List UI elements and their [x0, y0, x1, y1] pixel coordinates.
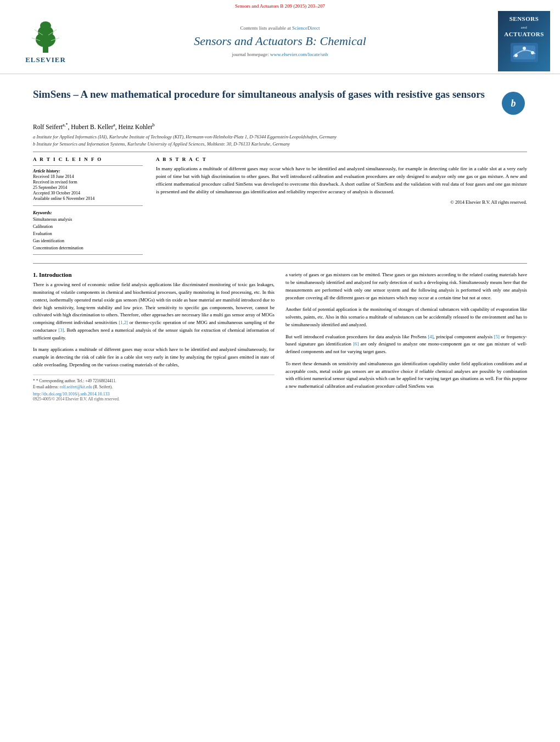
affiliation-b: b Institute for Sensorics and Informatio…	[33, 141, 527, 148]
svg-point-11	[523, 47, 526, 50]
keyword-1: Simultaneous analysis	[33, 216, 143, 224]
header-center: Contents lists available at ScienceDirec…	[81, 25, 479, 57]
journal-title: Sensors and Actuators B: Chemical	[81, 34, 479, 48]
contents-label: Contents lists available at	[240, 25, 291, 31]
contents-line: Contents lists available at ScienceDirec…	[81, 25, 479, 31]
article-info-col: A R T I C L E I N F O Article history: R…	[33, 157, 143, 258]
footnote-corresponding-text: * Corresponding author. Tel.: +49 721680…	[36, 378, 116, 383]
article-info-abstract: A R T I C L E I N F O Article history: R…	[33, 157, 527, 258]
abstract-copyright: © 2014 Elsevier B.V. All rights reserved…	[156, 199, 527, 205]
citation-link[interactable]: Sensors and Actuators B 209 (2015) 203–2…	[235, 3, 325, 9]
history-label: Article history:	[33, 169, 143, 174]
crossmark-icon: b	[502, 92, 525, 115]
sensors-text1: SENSORS	[509, 15, 539, 22]
keyword-4: Gas identification	[33, 238, 143, 245]
abstract-heading: A B S T R A C T	[156, 157, 527, 162]
keyword-2: Calibration	[33, 224, 143, 231]
elsevier-logo: ELSEVIER	[24, 19, 68, 64]
email-label: E-mail address:	[33, 384, 59, 389]
article-title-section: SimSens – A new mathematical procedure f…	[33, 82, 527, 117]
abstract-col: A B S T R A C T In many applications a m…	[156, 157, 527, 258]
homepage-url[interactable]: www.elsevier.com/locate/snb	[270, 52, 328, 57]
keyword-5: Concentration determination	[33, 245, 143, 252]
info-divider-2	[33, 205, 143, 206]
available-date: Available online 6 November 2014	[33, 196, 143, 201]
header-main: ELSEVIER Contents lists available at Sci…	[0, 11, 560, 71]
body-para1: There is a growing need of economic onli…	[33, 281, 275, 342]
accepted-date: Accepted 30 October 2014	[33, 191, 143, 196]
email-suffix: (R. Seifert).	[93, 384, 113, 389]
ref-1-2[interactable]: [1,2]	[119, 320, 128, 325]
sensors-badge-title: SENSORS and ACTUATORS	[504, 15, 544, 38]
sensors-text2: and	[521, 25, 528, 30]
authors-line: Rolf Seiferta,*, Hubert B. Kellera, Hein…	[33, 122, 527, 130]
abstract-text: In many applications a multitude of diff…	[156, 165, 527, 196]
body-para4: Another field of potential application i…	[285, 306, 527, 328]
body-para5: But well introduced evaluation procedure…	[285, 333, 527, 356]
homepage-label: journal homepage:	[232, 52, 269, 57]
sensors-badge-graphic	[508, 40, 541, 68]
keyword-3: Evaluation	[33, 231, 143, 238]
section1-heading: 1. Introduction	[33, 271, 275, 278]
header: Sensors and Actuators B 209 (2015) 203–2…	[0, 0, 560, 74]
main-content: SimSens – A new mathematical procedure f…	[0, 74, 560, 742]
ref-6[interactable]: [6]	[353, 341, 359, 347]
crossmark-svg: b	[505, 94, 522, 112]
divider-2	[33, 263, 527, 264]
ref-5[interactable]: [5]	[494, 334, 500, 339]
elsevier-label: ELSEVIER	[25, 55, 66, 64]
section1-title: Introduction	[39, 271, 72, 278]
sensors-text3: ACTUATORS	[504, 31, 544, 37]
svg-point-12	[531, 51, 534, 54]
keywords-list: Simultaneous analysis Calibration Evalua…	[33, 216, 143, 252]
article-info-heading: A R T I C L E I N F O	[33, 157, 143, 162]
page: Sensors and Actuators B 209 (2015) 203–2…	[0, 0, 560, 742]
body-col-right: a variety of gases or gas mixtures can b…	[285, 271, 527, 401]
divider-1	[33, 152, 527, 152]
header-citation: Sensors and Actuators B 209 (2015) 203–2…	[0, 3, 560, 9]
revised-date: 25 September 2014	[33, 185, 143, 190]
svg-text:b: b	[511, 98, 516, 109]
article-history: Article history: Received 18 June 2014 R…	[33, 169, 143, 201]
elsevier-tree-icon	[24, 19, 68, 54]
ref-4[interactable]: [4]	[428, 334, 433, 339]
footnote-corresponding: * * Corresponding author. Tel.: +49 7216…	[33, 378, 275, 384]
ref-3[interactable]: [3]	[58, 327, 64, 333]
body-content: 1. Introduction There is a growing need …	[33, 271, 527, 401]
article-title: SimSens – A new mathematical procedure f…	[33, 87, 489, 102]
footnote-area: * * Corresponding author. Tel.: +49 7216…	[33, 375, 275, 402]
sciencedirect-link[interactable]: ScienceDirect	[292, 25, 320, 31]
affiliation-a: a Institute for Applied Informatics (IAI…	[33, 133, 527, 141]
body-para6: To meet these demands on sensitivity and…	[285, 360, 527, 390]
journal-homepage: journal homepage: www.elsevier.com/locat…	[81, 52, 479, 57]
sensors-badge: SENSORS and ACTUATORS	[498, 11, 550, 71]
crossmark[interactable]: b	[500, 90, 527, 117]
keywords-label: Keywords:	[33, 210, 143, 215]
received-date: Received 18 June 2014	[33, 174, 143, 179]
section1-number: 1.	[33, 271, 37, 278]
body-para2: In many applications a multitude of diff…	[33, 346, 275, 369]
svg-point-3	[40, 21, 51, 30]
affiliations: a Institute for Applied Informatics (IAI…	[33, 133, 527, 148]
info-divider-1	[33, 165, 143, 166]
sensors-badge-area: SENSORS and ACTUATORS	[479, 11, 550, 71]
body-para3: a variety of gases or gas mixtures can b…	[285, 271, 527, 302]
svg-point-10	[514, 54, 518, 57]
elsevier-logo-area: ELSEVIER	[10, 19, 81, 64]
footnote-email-line: E-mail address: rolf.seifert@kit.edu (R.…	[33, 384, 275, 390]
email-link[interactable]: rolf.seifert@kit.edu	[60, 384, 92, 389]
info-divider-3	[33, 254, 143, 255]
issn-text: 0925-4005/© 2014 Elsevier B.V. All right…	[33, 397, 275, 401]
doi-link[interactable]: http://dx.doi.org/10.1016/j.snb.2014.10.…	[33, 392, 275, 397]
body-col-left: 1. Introduction There is a growing need …	[33, 271, 275, 401]
revised-label: Received in revised form	[33, 180, 143, 185]
